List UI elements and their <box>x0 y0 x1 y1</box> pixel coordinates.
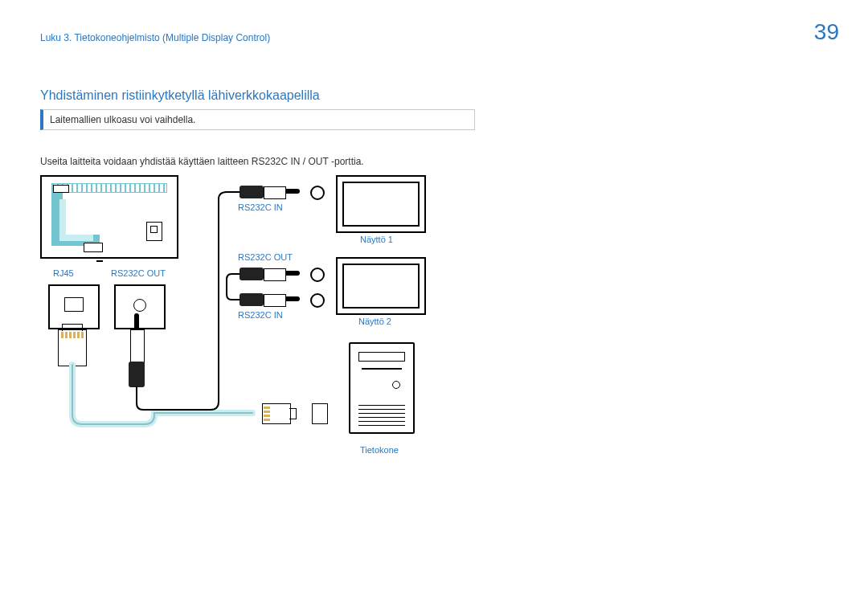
section-title: Yhdistäminen ristiinkytketyllä lähiverkk… <box>40 88 320 103</box>
page-number: 39 <box>814 19 839 45</box>
stereo-plug-vertical <box>129 329 145 387</box>
rs232c-in-jack-monitor2 <box>310 293 325 308</box>
label-rs232c-out-left: RS232C OUT <box>111 268 166 278</box>
rs232c-out-port-box <box>114 284 166 329</box>
stereo-plug-monitor1-out <box>240 267 302 281</box>
label-computer: Tietokone <box>360 445 399 455</box>
label-monitor1: Näyttö 1 <box>360 235 393 244</box>
rj45-plug <box>58 329 87 366</box>
pc-tower <box>349 342 415 434</box>
note-box: Laitemallien ulkoasu voi vaihdella. <box>40 109 475 130</box>
page: Luku 3. Tietokoneohjelmisto (Multiple Di… <box>0 0 868 613</box>
label-rs232c-in-monitor1: RS232C IN <box>238 202 283 212</box>
label-monitor2: Näyttö 2 <box>358 317 391 326</box>
lan-jack-pc <box>312 403 328 424</box>
connection-diagram: RJ45 RS232C OUT RS232C IN RS232C OUT <box>40 175 458 472</box>
rj45-port-box <box>48 284 100 329</box>
rj45-plug-horizontal <box>262 402 304 424</box>
rs232c-in-jack-monitor1 <box>310 186 325 200</box>
label-rj45: RJ45 <box>53 268 74 278</box>
rs232c-out-jack-monitor1 <box>310 268 325 282</box>
body-text: Useita laitteita voidaan yhdistää käyttä… <box>40 156 364 167</box>
stereo-plug-monitor1 <box>240 185 302 199</box>
stereo-plug-monitor2 <box>240 292 302 307</box>
label-rs232c-out-monitor1: RS232C OUT <box>238 252 293 262</box>
monitor-1 <box>336 175 426 233</box>
note-text: Laitemallien ulkoasu voi vaihdella. <box>50 114 195 125</box>
label-rs232c-in-monitor2: RS232C IN <box>238 310 283 320</box>
device-back-panel <box>40 175 178 259</box>
chapter-header: Luku 3. Tietokoneohjelmisto (Multiple Di… <box>40 32 270 43</box>
monitor-2 <box>336 257 426 315</box>
